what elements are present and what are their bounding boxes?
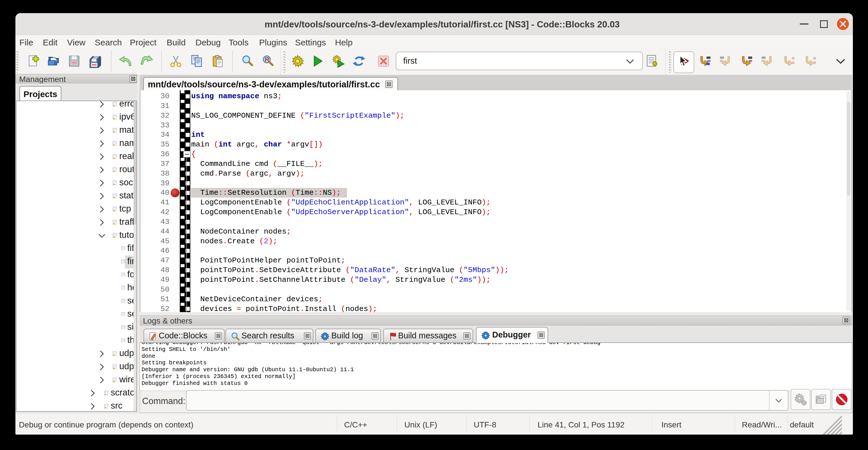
svg-text:R: R — [265, 56, 269, 63]
